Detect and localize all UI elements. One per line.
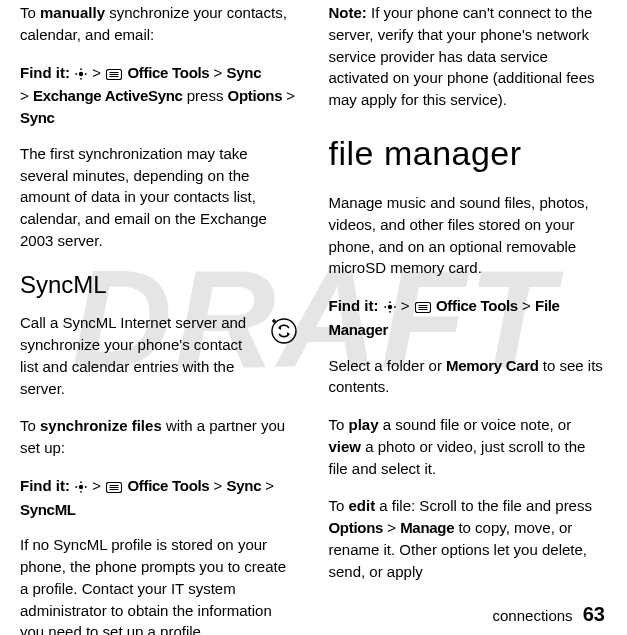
left-column: To manually synchronize your contacts, c… [20, 2, 299, 635]
menu-exchange-activesync: Exchange ActiveSync [33, 87, 183, 104]
svg-point-17 [75, 486, 77, 488]
text: To [329, 416, 349, 433]
separator: > [387, 519, 396, 536]
menu-office-tools: Office Tools [436, 297, 518, 314]
find-it-exchange: Find it: > Office Tools > Sync > Exchang… [20, 62, 299, 129]
separator: > [286, 87, 295, 104]
manual-sync-intro: To manually synchronize your contacts, c… [20, 2, 299, 46]
separator: > [401, 297, 410, 314]
svg-point-14 [79, 485, 83, 489]
svg-point-27 [394, 306, 396, 308]
text: a sound file or voice note, or [379, 416, 572, 433]
text: To [329, 497, 349, 514]
menu-sync: Sync [227, 64, 262, 81]
bold-view: view [329, 438, 362, 455]
svg-point-4 [85, 73, 87, 75]
bold-edit: edit [349, 497, 376, 514]
text: press [183, 87, 228, 104]
find-it-file-manager: Find it: > Office Tools > File Manager [329, 295, 608, 341]
menu-options: Options [228, 87, 283, 104]
find-it-syncml: Find it: > Office Tools > Sync > SyncML [20, 475, 299, 521]
play-view: To play a sound file or voice note, or v… [329, 414, 608, 479]
menu-key-icon [415, 297, 431, 319]
menu-manage: Manage [400, 519, 454, 536]
right-column: Note: If your phone can't connect to the… [329, 2, 608, 635]
select-folder: Select a folder or Memory Card to see it… [329, 355, 608, 399]
menu-key-icon [106, 64, 122, 86]
center-key-icon [75, 477, 87, 499]
svg-point-16 [80, 491, 82, 493]
svg-point-9 [272, 319, 296, 343]
page-number: 63 [583, 603, 605, 625]
menu-syncml: SyncML [20, 501, 76, 518]
menu-office-tools: Office Tools [127, 477, 209, 494]
text: To [20, 4, 40, 21]
svg-point-15 [80, 481, 82, 483]
syncml-desc: Call a SyncML Internet server and synchr… [20, 312, 299, 399]
bold-synchronize-files: synchronize files [40, 417, 162, 434]
svg-point-24 [389, 301, 391, 303]
text: a photo or video, just scroll to the fil… [329, 438, 586, 477]
section-name: connections [493, 607, 573, 624]
sync-files-intro: To synchronize files with a partner you … [20, 415, 299, 459]
svg-point-26 [384, 306, 386, 308]
find-it-label: Find it: [329, 297, 379, 314]
text: If your phone can't connect to the serve… [329, 4, 595, 108]
heading-file-manager: file manager [329, 129, 608, 178]
edit-file: To edit a file: Scroll to the file and p… [329, 495, 608, 582]
separator: > [214, 477, 223, 494]
svg-point-18 [85, 486, 87, 488]
separator: > [214, 64, 223, 81]
center-key-icon [75, 64, 87, 86]
svg-point-2 [80, 77, 82, 79]
bold-note: Note: [329, 4, 367, 21]
text: a file: Scroll to the file and press [375, 497, 592, 514]
find-it-label: Find it: [20, 477, 70, 494]
menu-options: Options [329, 519, 384, 536]
heading-syncml: SyncML [20, 268, 299, 303]
page-content: To manually synchronize your contacts, c… [0, 0, 627, 635]
separator: > [522, 297, 531, 314]
text: To [20, 417, 40, 434]
menu-key-icon [106, 477, 122, 499]
svg-point-25 [389, 311, 391, 313]
bold-manually: manually [40, 4, 105, 21]
separator: > [265, 477, 274, 494]
sync-icon [269, 316, 299, 352]
first-sync-note: The first synchronization may take sever… [20, 143, 299, 252]
menu-sync: Sync [20, 109, 55, 126]
find-it-label: Find it: [20, 64, 70, 81]
svg-point-23 [387, 305, 391, 309]
svg-point-0 [79, 71, 83, 75]
separator: > [92, 477, 101, 494]
svg-point-3 [75, 73, 77, 75]
menu-office-tools: Office Tools [127, 64, 209, 81]
menu-memory-card: Memory Card [446, 357, 539, 374]
center-key-icon [384, 297, 396, 319]
separator: > [92, 64, 101, 81]
bold-play: play [349, 416, 379, 433]
connection-note: Note: If your phone can't connect to the… [329, 2, 608, 111]
separator: > [20, 87, 29, 104]
file-manager-desc: Manage music and sound files, photos, vi… [329, 192, 608, 279]
svg-point-1 [80, 68, 82, 70]
text: Select a folder or [329, 357, 447, 374]
no-profile-note: If no SyncML profile is stored on your p… [20, 534, 299, 635]
page-footer: connections 63 [493, 600, 605, 629]
menu-sync: Sync [227, 477, 262, 494]
